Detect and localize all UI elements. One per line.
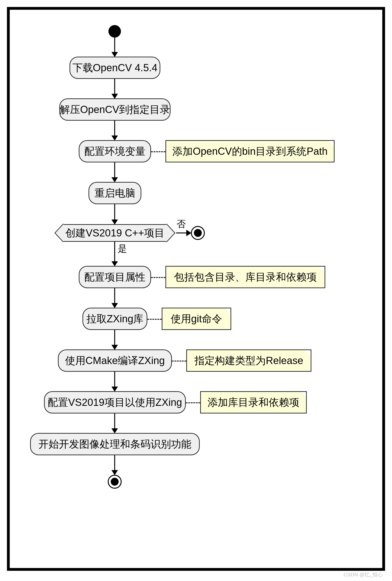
arrow [114, 204, 115, 220]
arrow-head-icon [111, 261, 118, 266]
arrow [114, 38, 115, 53]
arrow [114, 330, 115, 346]
note-connector [172, 360, 186, 362]
note-label: 包括包含目录、库目录和依赖项 [174, 270, 317, 284]
arrow-head-icon [111, 470, 118, 475]
arrow-head-icon [111, 94, 118, 99]
start-node [108, 25, 121, 38]
note-connector [186, 402, 200, 403]
end-node [191, 226, 205, 240]
arrow [176, 232, 187, 234]
arrow [114, 162, 115, 178]
arrow [114, 242, 115, 262]
note: 添加库目录和依赖项 [200, 391, 307, 414]
decision-node: 创建VS2019 C++项目 [63, 224, 167, 242]
node-label: 配置VS2019项目以使用ZXing [48, 396, 182, 409]
arrow [114, 79, 115, 95]
node-label: 下载OpenCV 4.5.4 [72, 61, 158, 75]
arrow-head-icon [111, 177, 118, 182]
activity-node: 重启电脑 [88, 182, 141, 204]
decision-label-yes: 是 [118, 242, 127, 255]
arrow-head-icon [111, 345, 118, 350]
arrow-head-icon [111, 220, 118, 224]
node-label: 拉取ZXing库 [86, 312, 144, 326]
activity-node: 拉取ZXing库 [82, 308, 147, 330]
node-label: 配置环境变量 [84, 144, 146, 158]
diagram-frame: 下载OpenCV 4.5.4 解压OpenCV到指定目录 配置环境变量 添加Op… [0, 0, 392, 581]
diagram-canvas: 下载OpenCV 4.5.4 解压OpenCV到指定目录 配置环境变量 添加Op… [14, 14, 378, 564]
node-label: 创建VS2019 C++项目 [65, 226, 165, 240]
note: 包括包含目录、库目录和依赖项 [166, 266, 325, 288]
activity-node: 开始开发图像处理和条码识别功能 [30, 433, 200, 455]
note: 指定构建类型为Release [186, 350, 311, 372]
note-label: 指定构建类型为Release [195, 354, 303, 368]
arrow [114, 288, 115, 304]
arrow-head-icon [111, 136, 118, 140]
arrow [114, 414, 115, 429]
arrow-head-icon [111, 428, 118, 434]
activity-node: 解压OpenCV到指定目录 [59, 98, 171, 121]
arrow [114, 372, 115, 388]
note-label: 使用git命令 [171, 312, 222, 326]
node-label: 配置项目属性 [84, 270, 146, 284]
activity-node: 配置项目属性 [79, 266, 151, 288]
note-connector [151, 151, 166, 152]
arrow-head-icon [111, 52, 118, 57]
node-label: 使用CMake编译ZXing [65, 354, 165, 368]
arrow [114, 121, 115, 136]
arrow [114, 455, 115, 471]
node-label: 解压OpenCV到指定目录 [60, 103, 170, 116]
note-label: 添加库目录和依赖项 [207, 396, 299, 409]
note-connector [147, 319, 162, 320]
arrow-head-icon [111, 386, 118, 392]
activity-node: 使用CMake编译ZXing [58, 350, 172, 372]
note-label: 添加OpenCV的bin目录到系统Path [172, 144, 328, 158]
note: 添加OpenCV的bin目录到系统Path [166, 140, 335, 162]
arrow-head-icon [186, 230, 191, 236]
decision-label-no: 否 [177, 218, 186, 230]
watermark: CSDN @忆_恒心 [344, 571, 383, 578]
activity-node: 配置环境变量 [79, 140, 151, 162]
node-label: 重启电脑 [95, 186, 135, 200]
note-connector [151, 277, 166, 278]
arrow-head-icon [111, 303, 118, 308]
activity-node: 下载OpenCV 4.5.4 [69, 56, 160, 79]
note: 使用git命令 [162, 308, 231, 330]
end-node [108, 475, 122, 489]
activity-node: 配置VS2019项目以使用ZXing [44, 391, 186, 414]
node-label: 开始开发图像处理和条码识别功能 [38, 437, 191, 451]
